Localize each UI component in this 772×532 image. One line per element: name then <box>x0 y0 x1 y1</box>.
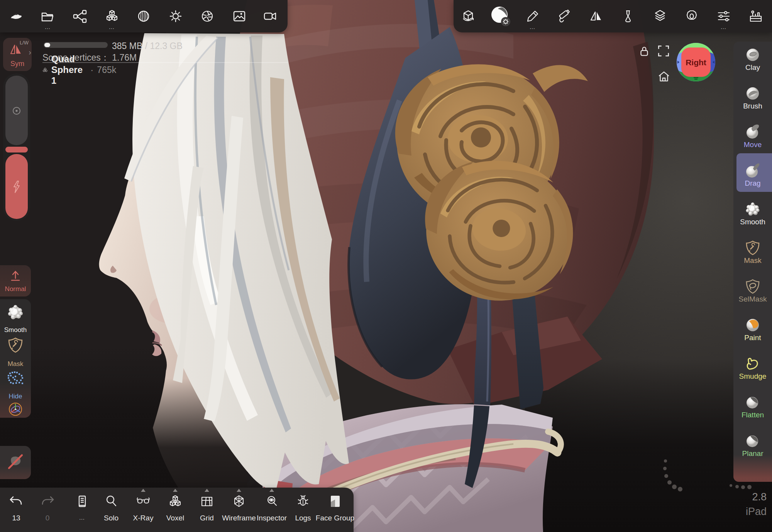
nomad-logo-icon[interactable] <box>8 8 24 24</box>
tool-move-label: Move <box>744 141 762 149</box>
grid-icon[interactable] <box>199 494 215 509</box>
matcap-icon[interactable] <box>136 8 151 24</box>
face-group-icon[interactable] <box>327 494 343 509</box>
filters-flask-icon[interactable] <box>620 8 636 24</box>
hide-quick-label: Hide <box>9 393 22 400</box>
radius-slider-value[interactable] <box>5 147 28 152</box>
files-icon[interactable] <box>40 8 56 24</box>
interface-sliders-icon[interactable] <box>716 8 731 24</box>
scene-graph-icon[interactable] <box>72 8 88 24</box>
object-voxel-icon <box>42 65 48 75</box>
redo-icon[interactable] <box>40 494 55 509</box>
object-count: 765k <box>97 65 116 75</box>
symmetry-mirror-icon[interactable] <box>589 8 604 24</box>
transform-gizmo-icon <box>7 401 24 417</box>
smudge-tool-icon <box>744 355 761 372</box>
tool-brush[interactable]: Brush <box>733 80 772 113</box>
stamp-roller-icon[interactable] <box>557 8 572 24</box>
wireframe-icon[interactable] <box>231 494 247 509</box>
lighting-icon[interactable] <box>168 8 183 24</box>
gizmo-quick-button[interactable] <box>0 401 31 417</box>
wireframe-label: Wireframe <box>222 514 256 522</box>
version-text: 2.8 <box>752 491 767 503</box>
brush-tool-icon <box>744 85 762 102</box>
normal-arrow-icon <box>10 269 21 281</box>
tool-brush-label: Brush <box>743 102 762 110</box>
clay-tool-icon <box>744 46 762 64</box>
top-right-toolbar: … … <box>454 0 772 32</box>
tool-paint[interactable]: Paint <box>733 312 772 344</box>
tool-flatten[interactable]: Flatten <box>733 389 772 422</box>
camera-icon[interactable] <box>262 8 278 24</box>
radius-slider[interactable] <box>5 76 28 145</box>
paint-tool-icon <box>744 316 762 334</box>
device-text: iPad <box>746 506 767 518</box>
normal-falloff-button[interactable]: Normal <box>0 265 31 296</box>
mask-tool-icon <box>745 239 761 256</box>
fullscreen-icon[interactable] <box>657 44 670 58</box>
voxel-label: Voxel <box>166 514 184 522</box>
face-group-label: Face Group <box>316 514 354 522</box>
voxel-toggle-icon[interactable] <box>168 494 183 509</box>
logs-bug-icon[interactable] <box>295 494 311 509</box>
tool-smudge[interactable]: Smudge <box>733 351 772 383</box>
menu-book-icon[interactable] <box>74 494 90 509</box>
files-more-dots: … <box>45 24 51 30</box>
left-tools-panel: Smooth Mask Hide <box>0 299 31 418</box>
voxel-more-dots: … <box>109 24 115 30</box>
tool-selmask[interactable]: SelMask <box>733 273 772 306</box>
voxel-remesh-icon[interactable] <box>104 8 120 24</box>
inspector-marker <box>269 489 274 492</box>
mask-quick-button[interactable]: Mask <box>0 336 31 368</box>
inspector-icon[interactable] <box>264 494 279 509</box>
object-name[interactable]: Quad Sphere 1 <box>51 54 87 86</box>
no-stroke-button[interactable] <box>0 446 31 479</box>
tool-planar-label: Planar <box>742 449 764 458</box>
lock-icon[interactable] <box>638 44 651 58</box>
memory-bar <box>44 42 108 48</box>
tool-mask[interactable]: Mask <box>733 235 772 267</box>
stroke-pencil-icon[interactable] <box>525 8 540 24</box>
intensity-bolt-icon <box>11 180 22 193</box>
layers-icon[interactable] <box>652 8 668 24</box>
home-icon[interactable] <box>657 69 671 83</box>
smooth-quick-label: Smooth <box>4 326 27 334</box>
xray-label: X-Ray <box>133 514 154 522</box>
gizmo-box-icon[interactable] <box>460 8 476 24</box>
tool-clay[interactable]: Clay <box>733 42 772 74</box>
undo-count: 13 <box>12 514 20 522</box>
tool-planar[interactable]: Planar <box>733 428 772 460</box>
undo-icon[interactable] <box>8 494 24 509</box>
intensity-slider[interactable] <box>5 154 28 219</box>
orientation-gizmo[interactable]: Right <box>676 42 716 82</box>
normal-label: Normal <box>5 285 26 293</box>
sculpt-viewport[interactable] <box>0 0 772 532</box>
sym-label: Sym <box>10 60 24 68</box>
inspector-label: Inspector <box>257 514 287 522</box>
brush-sliders <box>3 73 30 221</box>
tool-move[interactable]: Move <box>733 119 772 151</box>
material-ball-icon[interactable] <box>489 5 511 27</box>
app-window: … … <box>0 0 772 532</box>
settings-gear-icon[interactable] <box>684 8 699 24</box>
smooth-quick-button[interactable]: Smooth <box>0 302 31 334</box>
tool-panel: Clay Brush Move Drag Smooth <box>733 42 772 482</box>
toolbox-icon[interactable] <box>748 8 764 24</box>
tool-smooth[interactable]: Smooth <box>733 196 772 229</box>
postprocess-icon[interactable] <box>200 8 215 24</box>
flatten-tool-icon <box>744 393 762 411</box>
sym-button[interactable]: L/W › Sym <box>3 38 32 71</box>
vertices-value: 1.76M <box>112 53 137 63</box>
tool-selmask-label: SelMask <box>739 295 767 303</box>
background-image-icon[interactable] <box>232 8 247 24</box>
tool-flatten-label: Flatten <box>742 411 764 419</box>
xray-icon[interactable] <box>135 494 151 509</box>
hide-quick-button[interactable]: Hide <box>0 369 31 400</box>
tool-smudge-label: Smudge <box>739 372 767 381</box>
memory-bar-fill <box>44 43 50 47</box>
no-stroke-icon <box>7 454 24 471</box>
hide-dots-icon <box>6 369 25 386</box>
tool-drag[interactable]: Drag <box>733 158 772 190</box>
voxel-marker <box>173 489 178 492</box>
solo-icon[interactable] <box>103 494 119 509</box>
